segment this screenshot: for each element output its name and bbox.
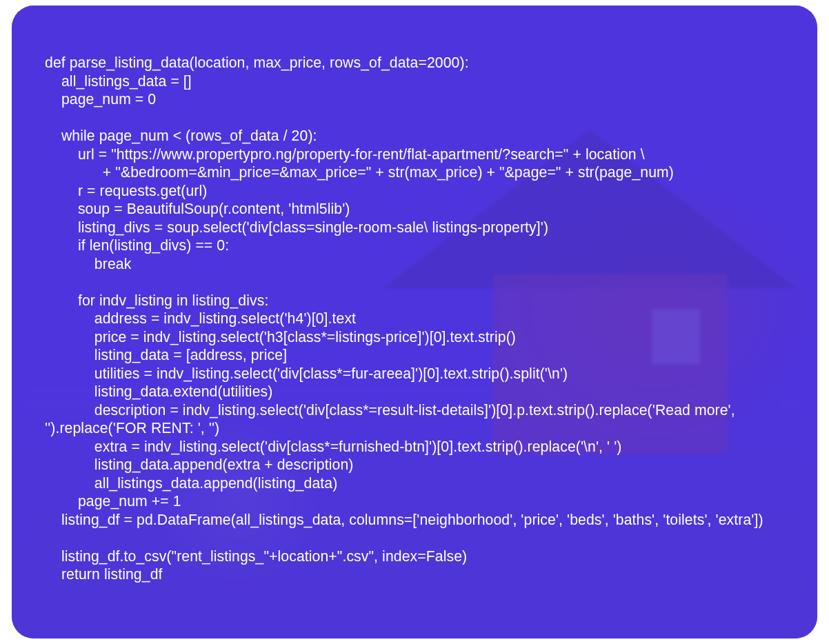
code-block: def parse_listing_data(location, max_pri…	[12, 6, 817, 612]
code-card: def parse_listing_data(location, max_pri…	[12, 6, 817, 638]
